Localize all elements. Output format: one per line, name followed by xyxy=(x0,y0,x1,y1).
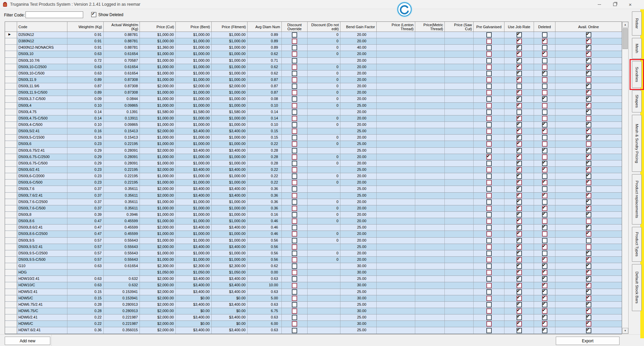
pre_galvanised-checkbox[interactable] xyxy=(486,206,492,211)
row-selector[interactable] xyxy=(5,302,17,308)
avail_online-checkbox[interactable]: ✔ xyxy=(586,263,591,269)
close-button[interactable]: × xyxy=(623,0,638,9)
cell-price_bent[interactable]: $3,400.00 xyxy=(176,314,212,320)
cell-price_cut[interactable]: $1,000.00 xyxy=(140,180,176,186)
cell-deleted[interactable] xyxy=(534,103,555,109)
cell-code[interactable]: D500L6-C/2000 xyxy=(17,173,67,179)
cell-price_cut[interactable]: $2,000.00 xyxy=(140,289,176,295)
discount_override-checkbox[interactable] xyxy=(292,141,297,147)
cell-use_job_rate[interactable]: ✔ xyxy=(504,302,534,308)
cell-deleted[interactable]: ✔ xyxy=(534,295,555,301)
cell-deleted[interactable] xyxy=(534,32,555,38)
avail_online-checkbox[interactable]: ✔ xyxy=(586,51,591,57)
cell-price_bent[interactable]: $1,000.00 xyxy=(176,238,212,244)
cell-price_saw_cut[interactable] xyxy=(445,231,474,237)
cell-price_bent[interactable]: $1,000.00 xyxy=(176,180,212,186)
cell-discount_do_not_edit[interactable] xyxy=(308,225,340,231)
cell-actual_weight_m_kg[interactable]: 0.221987 xyxy=(104,321,140,327)
cell-avail_online[interactable]: ✔ xyxy=(555,58,622,64)
discount_override-checkbox[interactable] xyxy=(292,135,297,140)
cell-avail_online[interactable]: ✔ xyxy=(555,135,622,141)
cell-avail_online[interactable]: ✔ xyxy=(555,269,622,276)
cell-bend_gain_factor[interactable]: 20.00 xyxy=(340,51,377,57)
cell-price_cut[interactable]: $2,000.00 xyxy=(140,314,176,320)
cell-discount_override[interactable] xyxy=(282,314,308,320)
cell-price_saw_cut[interactable] xyxy=(445,212,474,218)
cell-use_job_rate[interactable]: ✔ xyxy=(504,250,534,256)
cell-weight_m_kg[interactable]: 0.72 xyxy=(67,58,104,64)
cell-bend_gain_factor[interactable]: 30.00 xyxy=(340,269,377,276)
cell-price_cut[interactable]: $1,000.00 xyxy=(140,90,176,96)
pre_galvanised-checkbox[interactable] xyxy=(486,122,492,128)
cell-pre_galvanised[interactable] xyxy=(474,103,504,109)
cell-avg_diam_num[interactable]: 0.46 xyxy=(248,231,282,237)
cell-price_fitment[interactable]: $3,400.00 xyxy=(212,302,248,308)
cell-discount_override[interactable] xyxy=(282,32,308,38)
cell-price_saw_cut[interactable] xyxy=(445,193,474,199)
cell-price_saw_cut[interactable] xyxy=(445,103,474,109)
cell-price_lenton_thread[interactable] xyxy=(377,38,415,44)
row-selector[interactable] xyxy=(5,212,17,218)
cell-discount_override[interactable] xyxy=(282,58,308,64)
discount_override-checkbox[interactable] xyxy=(292,51,297,57)
pre_galvanised-checkbox[interactable] xyxy=(486,96,492,102)
cell-discount_do_not_edit[interactable] xyxy=(308,321,340,327)
cell-bend_gain_factor[interactable]: 20.00 xyxy=(340,212,377,218)
column-header-weight_m_kg[interactable]: Weight/m (Kg) xyxy=(67,22,104,32)
cell-weight_m_kg[interactable]: 0.89 xyxy=(67,90,104,96)
cell-use_job_rate[interactable]: ✔ xyxy=(504,327,534,333)
cell-actual_weight_m_kg[interactable]: 0.61654 xyxy=(104,263,140,269)
cell-weight_m_kg[interactable]: 0.09 xyxy=(67,96,104,102)
deleted-checkbox[interactable] xyxy=(542,174,547,179)
cell-discount_override[interactable] xyxy=(282,115,308,121)
discount_override-checkbox[interactable] xyxy=(292,218,297,224)
cell-discount_override[interactable] xyxy=(282,263,308,269)
cell-price_lenton_thread[interactable] xyxy=(377,250,415,256)
cell-discount_override[interactable] xyxy=(282,244,308,250)
use_job_rate-checkbox[interactable]: ✔ xyxy=(517,289,522,295)
deleted-checkbox[interactable]: ✔ xyxy=(542,244,547,250)
cell-price_saw_cut[interactable] xyxy=(445,199,474,205)
avail_online-checkbox[interactable]: ✔ xyxy=(586,251,591,256)
cell-weight_m_kg[interactable]: 0.57 xyxy=(67,244,104,250)
cell-actual_weight_m_kg[interactable]: 0.22195 xyxy=(104,180,140,186)
pre_galvanised-checkbox[interactable] xyxy=(486,212,492,217)
cell-price_metric_thread[interactable] xyxy=(415,160,445,166)
cell-weight_m_kg[interactable]: 0.47 xyxy=(67,218,104,224)
cell-discount_do_not_edit[interactable] xyxy=(308,327,340,333)
cell-deleted[interactable]: ✔ xyxy=(534,96,555,102)
deleted-checkbox[interactable]: ✔ xyxy=(542,321,547,327)
cell-price_bent[interactable]: $1,000.00 xyxy=(176,90,212,96)
cell-code[interactable]: D500L4.75-C/500 xyxy=(17,115,67,121)
column-header-use_job_rate[interactable]: Use Job Rate xyxy=(504,22,534,32)
pre_galvanised-checkbox[interactable] xyxy=(486,174,492,179)
cell-price_bent[interactable]: $3,400.00 xyxy=(176,276,212,282)
side-tab-product-replacements[interactable]: Product replacements xyxy=(632,174,642,225)
cell-price_metric_thread[interactable] xyxy=(415,244,445,250)
cell-avg_diam_num[interactable]: 0.16 xyxy=(248,212,282,218)
cell-discount_override[interactable] xyxy=(282,193,308,199)
cell-price_cut[interactable]: $2,000.00 xyxy=(140,83,176,89)
cell-price_bent[interactable]: $1,000.00 xyxy=(176,38,212,44)
cell-pre_galvanised[interactable] xyxy=(474,199,504,205)
cell-code[interactable]: D500L9.5-C/2500 xyxy=(17,250,67,256)
cell-price_lenton_thread[interactable] xyxy=(377,186,415,192)
cell-avg_diam_num[interactable]: 10.00 xyxy=(248,282,282,288)
cell-deleted[interactable]: ✔ xyxy=(534,160,555,166)
use_job_rate-checkbox[interactable]: ✔ xyxy=(517,212,522,217)
cell-price_bent[interactable]: $2,000.00 xyxy=(176,83,212,89)
cell-avg_diam_num[interactable]: 0.89 xyxy=(248,32,282,38)
cell-weight_m_kg[interactable]: 0.57 xyxy=(67,238,104,244)
cell-discount_do_not_edit[interactable]: 0 xyxy=(308,238,340,244)
cell-price_lenton_thread[interactable] xyxy=(377,109,415,115)
side-tab-product-types[interactable]: Product Types xyxy=(632,227,642,262)
cell-avail_online[interactable]: ✔ xyxy=(555,109,622,115)
cell-price_bent[interactable]: $1,000.00 xyxy=(176,96,212,102)
avail_online-checkbox[interactable]: ✔ xyxy=(586,296,591,301)
cell-deleted[interactable] xyxy=(534,58,555,64)
cell-bend_gain_factor[interactable]: 25.00 xyxy=(340,167,377,173)
use_job_rate-checkbox[interactable] xyxy=(517,84,522,89)
cell-price_saw_cut[interactable] xyxy=(445,90,474,96)
cell-price_cut[interactable]: $2,000.00 xyxy=(140,327,176,333)
cell-bend_gain_factor[interactable]: 20.00 xyxy=(340,32,377,38)
